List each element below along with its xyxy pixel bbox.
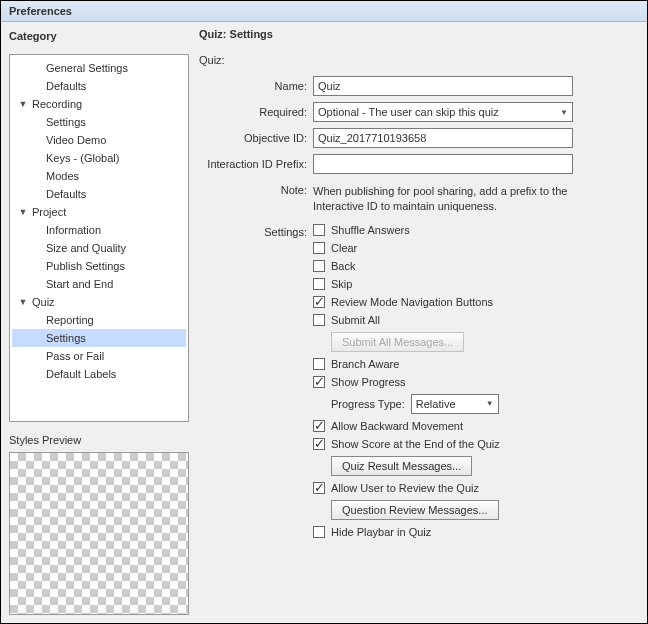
- shuffle-answers-checkbox[interactable]: Shuffle Answers: [313, 224, 500, 236]
- allow-backward-checkbox[interactable]: Allow Backward Movement: [313, 420, 500, 432]
- allow-review-checkbox[interactable]: Allow User to Review the Quiz: [313, 482, 500, 494]
- back-checkbox[interactable]: Back: [313, 260, 500, 272]
- tree-item-video-demo[interactable]: Video Demo: [12, 131, 186, 149]
- tree-item-general-settings[interactable]: ▶General Settings: [12, 59, 186, 77]
- branch-aware-checkbox[interactable]: Branch Aware: [313, 358, 500, 370]
- window-title: Preferences: [1, 1, 647, 22]
- interaction-id-prefix-input[interactable]: [313, 154, 573, 174]
- tree-item-defaults[interactable]: ▶Defaults: [12, 77, 186, 95]
- note-text: When publishing for pool sharing, add a …: [313, 184, 573, 214]
- name-input[interactable]: [313, 76, 573, 96]
- settings-heading: Settings:: [199, 224, 307, 538]
- interaction-label: Interaction ID Prefix:: [199, 158, 307, 170]
- tree-item-recording-settings[interactable]: Settings: [12, 113, 186, 131]
- clear-checkbox[interactable]: Clear: [313, 242, 500, 254]
- submit-all-messages-button: Submit All Messages...: [331, 332, 464, 352]
- review-mode-nav-checkbox[interactable]: Review Mode Navigation Buttons: [313, 296, 500, 308]
- skip-checkbox[interactable]: Skip: [313, 278, 500, 290]
- required-value: Optional - The user can skip this quiz: [318, 106, 499, 118]
- objective-id-input[interactable]: [313, 128, 573, 148]
- required-select[interactable]: Optional - The user can skip this quiz ▼: [313, 102, 573, 122]
- tree-item-information[interactable]: Information: [12, 221, 186, 239]
- tree-item-project[interactable]: ▼Project: [12, 203, 186, 221]
- sidebar: Category ▶General Settings ▶Defaults ▼Re…: [9, 28, 189, 615]
- objective-label: Objective ID:: [199, 132, 307, 144]
- tree-item-default-labels[interactable]: Default Labels: [12, 365, 186, 383]
- tree-item-quiz[interactable]: ▼Quiz: [12, 293, 186, 311]
- chevron-down-icon: ▼: [560, 108, 568, 117]
- tree-item-recording[interactable]: ▼Recording: [12, 95, 186, 113]
- submit-all-checkbox[interactable]: Submit All: [313, 314, 500, 326]
- quiz-result-messages-button[interactable]: Quiz Result Messages...: [331, 456, 472, 476]
- show-score-checkbox[interactable]: Show Score at the End of the Quiz: [313, 438, 500, 450]
- chevron-down-icon[interactable]: ▼: [16, 99, 30, 109]
- chevron-down-icon: ▼: [486, 399, 494, 408]
- category-tree[interactable]: ▶General Settings ▶Defaults ▼Recording S…: [9, 54, 189, 422]
- settings-controls: Shuffle Answers Clear Back Skip Review M…: [313, 224, 500, 538]
- required-label: Required:: [199, 106, 307, 118]
- quiz-heading: Quiz:: [199, 50, 639, 74]
- chevron-down-icon[interactable]: ▼: [16, 297, 30, 307]
- tree-item-start-end[interactable]: Start and End: [12, 275, 186, 293]
- tree-item-reporting[interactable]: Reporting: [12, 311, 186, 329]
- chevron-down-icon[interactable]: ▼: [16, 207, 30, 217]
- progress-type-label: Progress Type:: [331, 398, 405, 410]
- question-review-messages-button[interactable]: Question Review Messages...: [331, 500, 499, 520]
- tree-item-publish-settings[interactable]: Publish Settings: [12, 257, 186, 275]
- tree-item-recording-defaults[interactable]: Defaults: [12, 185, 186, 203]
- category-heading: Category: [9, 28, 189, 48]
- name-label: Name:: [199, 80, 307, 92]
- progress-type-select[interactable]: Relative ▼: [411, 394, 499, 414]
- content-area: Category ▶General Settings ▶Defaults ▼Re…: [1, 22, 647, 623]
- tree-inner: ▶General Settings ▶Defaults ▼Recording S…: [10, 55, 188, 387]
- settings-panel: Quiz: Settings Quiz: Name: Required: Opt…: [199, 28, 639, 615]
- tree-item-modes[interactable]: Modes: [12, 167, 186, 185]
- tree-item-pass-fail[interactable]: Pass or Fail: [12, 347, 186, 365]
- show-progress-checkbox[interactable]: Show Progress: [313, 376, 500, 388]
- styles-preview: [9, 452, 189, 615]
- page-title: Quiz: Settings: [199, 28, 639, 50]
- styles-preview-label: Styles Preview: [9, 428, 189, 446]
- tree-item-quiz-settings[interactable]: Settings: [12, 329, 186, 347]
- preferences-window: Preferences Category ▶General Settings ▶…: [1, 1, 647, 623]
- hide-playbar-checkbox[interactable]: Hide Playbar in Quiz: [313, 526, 500, 538]
- tree-item-keys-global[interactable]: Keys - (Global): [12, 149, 186, 167]
- tree-item-size-quality[interactable]: Size and Quality: [12, 239, 186, 257]
- progress-type-value: Relative: [416, 398, 456, 410]
- note-label: Note:: [199, 184, 307, 214]
